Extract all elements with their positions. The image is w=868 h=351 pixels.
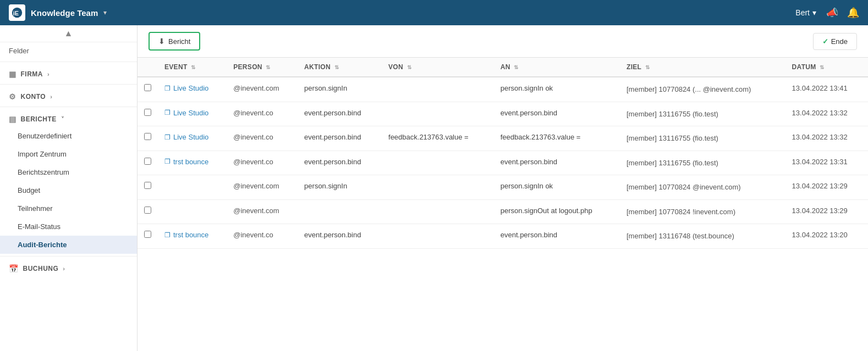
row-checkbox[interactable] xyxy=(144,109,151,116)
aktion-cell: person.signIn xyxy=(298,77,382,102)
von-cell xyxy=(382,151,494,175)
felder-label: Felder xyxy=(0,42,137,59)
divider xyxy=(0,107,137,107)
an-cell: person.signOut at logout.php xyxy=(494,199,620,224)
datum-cell: 13.04.2022 13:29 xyxy=(785,199,868,224)
sidebar-item-teilnehmer[interactable]: Teilnehmer xyxy=(0,199,137,218)
person-cell: @inevent.com xyxy=(227,77,298,102)
ziel-cell: [member] 10770824 (... @inevent.com) xyxy=(620,77,785,102)
firma-label: FIRMA xyxy=(21,70,43,78)
col-von[interactable]: VON ⇅ xyxy=(382,58,494,77)
row-checkbox[interactable] xyxy=(144,84,151,91)
ende-label: Ende xyxy=(831,37,848,46)
event-link[interactable]: ❐ Live Studio xyxy=(164,133,220,141)
sidebar-item-audit-berichte[interactable]: Audit-Berichte xyxy=(0,236,137,254)
topbar-dropdown-icon[interactable]: ▾ xyxy=(103,9,107,16)
col-event[interactable]: EVENT ⇅ xyxy=(158,58,227,77)
aktion-cell: event.person.bind xyxy=(298,151,382,175)
sidebar-section-buchung[interactable]: 📅 BUCHUNG › xyxy=(0,259,137,276)
check-icon: ✓ xyxy=(822,37,828,46)
konto-chevron-icon: › xyxy=(50,93,52,100)
firma-icon: ▦ xyxy=(9,70,17,79)
sidebar-item-email-status[interactable]: E-Mail-Status xyxy=(0,218,137,236)
event-link[interactable]: ❐ trst bounce xyxy=(164,231,220,239)
user-menu[interactable]: Bert ▾ xyxy=(795,8,816,17)
divider xyxy=(0,84,137,85)
an-cell: person.signIn ok xyxy=(494,77,620,102)
row-checkbox[interactable] xyxy=(144,182,151,189)
sidebar-scroll-top: ▲ xyxy=(0,25,137,42)
von-cell xyxy=(382,102,494,126)
ende-button[interactable]: ✓ Ende xyxy=(813,33,857,50)
aktion-cell: event.person.bind xyxy=(298,224,382,249)
audit-table: EVENT ⇅ PERSON ⇅ AKTION ⇅ VON ⇅ AN ⇅ ZIE… xyxy=(138,58,868,249)
sidebar-section-berichte[interactable]: ▤ BERICHTE ˅ xyxy=(0,109,137,127)
col-person[interactable]: PERSON ⇅ xyxy=(227,58,298,77)
main-toolbar: ⬇ Bericht ✓ Ende xyxy=(138,25,868,58)
topbar-right: Bert ▾ 📣 🔔 xyxy=(795,7,859,19)
app-logo[interactable]: iE xyxy=(9,4,25,21)
ziel-cell: [member] 10770824 !inevent.com) xyxy=(620,199,785,224)
bell-icon[interactable]: 🔔 xyxy=(847,7,859,19)
col-checkbox xyxy=(138,58,158,77)
datum-cell: 13.04.2022 13:31 xyxy=(785,151,868,175)
sort-ziel-icon: ⇅ xyxy=(645,64,650,70)
notification-icon[interactable]: 📣 xyxy=(826,7,838,19)
external-link-icon: ❐ xyxy=(164,133,171,141)
von-cell xyxy=(382,224,494,249)
ziel-cell: [member] 13116748 (test.bounce) xyxy=(620,224,785,249)
berichte-icon: ▤ xyxy=(9,115,17,124)
row-checkbox[interactable] xyxy=(144,231,151,238)
sort-person-icon: ⇅ xyxy=(266,64,270,70)
event-link[interactable]: ❐ trst bounce xyxy=(164,158,220,166)
event-cell xyxy=(158,199,227,224)
table-row: ❐ Live Studio@inevent.comperson.signInpe… xyxy=(138,77,868,102)
sidebar-section-konto[interactable]: ⚙ KONTO › xyxy=(0,87,137,104)
topbar-left: iE Knowledge Team ▾ xyxy=(9,4,107,21)
datum-cell: 13.04.2022 13:32 xyxy=(785,102,868,126)
table-row: ❐ Live Studio@inevent.coevent.person.bin… xyxy=(138,126,868,151)
sidebar-item-import-zentrum[interactable]: Import Zentrum xyxy=(0,145,137,163)
event-link[interactable]: ❐ Live Studio xyxy=(164,84,220,92)
person-cell: @inevent.com xyxy=(227,175,298,200)
col-aktion[interactable]: AKTION ⇅ xyxy=(298,58,382,77)
table-row: @inevent.comperson.signInperson.signIn o… xyxy=(138,175,868,200)
col-ziel[interactable]: ZIEL ⇅ xyxy=(620,58,785,77)
von-cell: feedback.213763.value = xyxy=(382,126,494,151)
col-an[interactable]: AN ⇅ xyxy=(494,58,620,77)
sidebar-item-budget[interactable]: Budget xyxy=(0,181,137,199)
person-cell: @inevent.co xyxy=(227,126,298,151)
event-link[interactable]: ❐ Live Studio xyxy=(164,109,220,117)
table-header-row: EVENT ⇅ PERSON ⇅ AKTION ⇅ VON ⇅ AN ⇅ ZIE… xyxy=(138,58,868,77)
an-cell: event.person.bind xyxy=(494,151,620,175)
aktion-cell: event.person.bind xyxy=(298,102,382,126)
datum-cell: 13.04.2022 13:41 xyxy=(785,77,868,102)
sidebar: ▲ Felder ▦ FIRMA › ⚙ KONTO › ▤ BERICHTE … xyxy=(0,25,138,351)
table-row: ❐ trst bounce@inevent.coevent.person.bin… xyxy=(138,151,868,175)
berichte-chevron-icon: ˅ xyxy=(61,116,65,123)
col-datum[interactable]: DATUM ⇅ xyxy=(785,58,868,77)
sidebar-section-firma[interactable]: ▦ FIRMA › xyxy=(0,64,137,82)
topbar-icons: 📣 🔔 xyxy=(826,7,859,19)
bericht-button[interactable]: ⬇ Bericht xyxy=(149,32,200,51)
aktion-cell xyxy=(298,199,382,224)
sidebar-item-benutzerdefiniert[interactable]: Benutzerdefiniert xyxy=(0,127,137,145)
sidebar-item-berichtszentrum[interactable]: Berichtszentrum xyxy=(0,163,137,181)
scroll-up-button[interactable]: ▲ xyxy=(64,29,73,38)
sort-an-icon: ⇅ xyxy=(514,64,518,70)
an-cell: feedback.213763.value = xyxy=(494,126,620,151)
row-checkbox[interactable] xyxy=(144,133,151,140)
aktion-cell: event.person.bind xyxy=(298,126,382,151)
ziel-cell: [member] 10770824 @inevent.com) xyxy=(620,175,785,200)
von-cell xyxy=(382,199,494,224)
an-cell: event.person.bind xyxy=(494,102,620,126)
ziel-cell: [member] 13116755 (fio.test) xyxy=(620,126,785,151)
konto-label: KONTO xyxy=(21,93,46,101)
download-icon: ⬇ xyxy=(158,37,165,46)
row-checkbox[interactable] xyxy=(144,207,151,214)
row-checkbox[interactable] xyxy=(144,158,151,165)
external-link-icon: ❐ xyxy=(164,109,171,116)
person-cell: @inevent.co xyxy=(227,224,298,249)
user-name: Bert xyxy=(795,8,810,17)
user-chevron-icon: ▾ xyxy=(812,8,816,17)
